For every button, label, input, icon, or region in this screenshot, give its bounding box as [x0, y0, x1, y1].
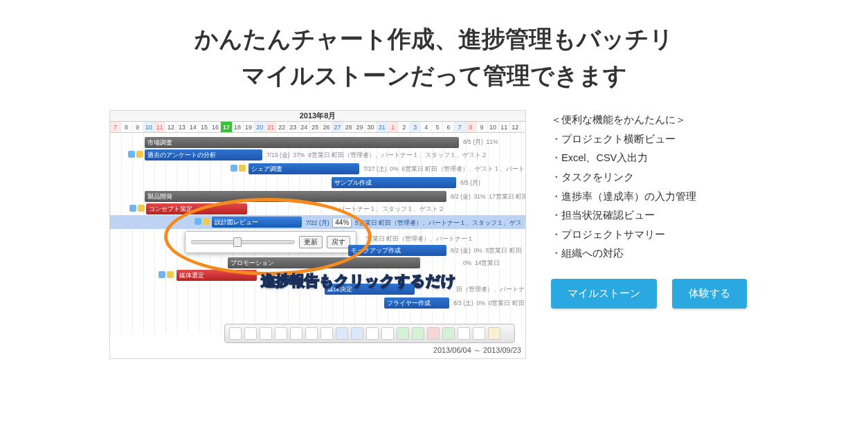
day-cell: 31 — [377, 122, 388, 132]
assignee-icon[interactable] — [129, 205, 145, 214]
day-cell: 10 — [488, 122, 499, 132]
day-cell: 8 — [121, 122, 132, 132]
gantt-bars-area: 市場調査 8/5 (月) 11% 過去のアンケートの分析 7/19 (金) 37… — [110, 133, 525, 333]
update-button[interactable]: 更新 — [299, 236, 323, 248]
slider-knob[interactable] — [233, 237, 242, 247]
feature-item-1: Excel、CSV入出力 — [551, 149, 759, 168]
day-cell: 2 — [399, 122, 410, 132]
day-cell: 5 — [432, 122, 443, 132]
assignee-icon[interactable] — [195, 218, 210, 228]
feature-item-5: プロジェクトサマリー — [551, 226, 759, 245]
day-cell: 27 — [332, 122, 343, 132]
feature-item-6: 組織への対応 — [551, 244, 759, 264]
feature-item-2: タスクをリンク — [551, 168, 759, 187]
day-cell: 25 — [310, 122, 321, 132]
day-cell: 24 — [299, 122, 310, 132]
gantt-screenshot: 2013年8月 78910111213141516171819202122232… — [109, 110, 526, 359]
milestone-button[interactable]: マイルストーン — [551, 279, 657, 309]
bar-sample-create[interactable]: サンプル作成 — [332, 177, 456, 188]
toolbar — [224, 324, 515, 343]
day-cell: 8 — [466, 122, 477, 132]
hero-line2: マイルストーンだって管理できます — [242, 62, 627, 89]
day-cell: 3 — [410, 122, 421, 132]
day-cell: 18 — [233, 122, 244, 132]
day-cell: 29 — [354, 122, 365, 132]
day-cell: 15 — [199, 122, 210, 132]
day-cell: 11 — [499, 122, 510, 132]
feature-heading: ＜便利な機能をかんたんに＞ — [551, 110, 759, 130]
day-cell: 28 — [343, 122, 354, 132]
tool-milestone-icon[interactable] — [427, 327, 440, 340]
day-cell: 9 — [132, 122, 143, 132]
tool-zoom-icon[interactable] — [458, 327, 470, 340]
day-cell: 10 — [143, 122, 154, 132]
day-cell: 21 — [266, 122, 277, 132]
day-header-row: 7891011121314151617181920212223242526272… — [110, 122, 525, 133]
tool-delete-icon[interactable] — [260, 327, 272, 340]
day-cell: 23 — [288, 122, 299, 132]
day-cell: 7 — [110, 122, 121, 132]
assignee-icon[interactable] — [159, 271, 174, 281]
day-cell: 7 — [454, 122, 465, 132]
tool-user-icon[interactable] — [397, 327, 409, 340]
feature-item-0: プロジェクト横断ビュー — [551, 130, 759, 149]
day-cell: 1 — [388, 122, 399, 132]
bar-media-deadline[interactable]: 媒体決定 — [325, 284, 415, 295]
bar-mockup[interactable]: モックアップ作成 — [348, 245, 446, 256]
bar-flyer[interactable]: フライヤー作成 — [384, 297, 449, 309]
tool-new-icon[interactable] — [229, 327, 242, 340]
tool-user2-icon[interactable] — [412, 327, 424, 340]
bar-prototype[interactable]: プロモーション — [228, 257, 420, 268]
bar-concept[interactable]: コンセプト策定 — [146, 203, 247, 214]
cancel-button[interactable]: 戻す — [327, 236, 350, 248]
bar-product-dev[interactable]: 製品開発 — [145, 191, 446, 202]
tool-date-icon[interactable] — [336, 327, 348, 340]
day-cell: 13 — [177, 122, 188, 132]
day-cell: 19 — [244, 122, 255, 132]
bar-design-review[interactable]: 設計図レビュー — [212, 217, 302, 228]
assignee-icon[interactable] — [230, 165, 246, 174]
day-cell: 20 — [255, 122, 266, 132]
month-label: 2013年8月 — [110, 111, 525, 122]
day-cell: 26 — [321, 122, 332, 132]
day-cell: 11 — [154, 122, 165, 132]
bar-past-survey[interactable]: 過去のアンケートの分析 — [145, 149, 262, 161]
tool-outdent-icon[interactable] — [320, 327, 333, 340]
tool-note-icon[interactable] — [488, 327, 500, 340]
day-cell: 12 — [165, 122, 177, 132]
day-cell: 17 — [221, 122, 232, 132]
hero-title: かんたんチャート作成、進捗管理もバッチリ マイルストーンだって管理できます — [195, 21, 673, 93]
tool-indent-icon[interactable] — [305, 327, 318, 340]
tool-copy-icon[interactable] — [244, 327, 257, 340]
tool-moveup-icon[interactable] — [275, 327, 287, 340]
feature-item-3: 進捗率（達成率）の入力管理 — [551, 187, 759, 207]
assignee-icon[interactable] — [128, 151, 143, 161]
tool-settings-icon[interactable] — [473, 327, 485, 340]
day-cell: 16 — [210, 122, 221, 132]
hero-line1: かんたんチャート作成、進捗管理もバッチリ — [195, 26, 673, 52]
progress-badge: 44% — [332, 219, 352, 228]
day-cell: 12 — [510, 122, 521, 132]
tool-date2-icon[interactable] — [351, 327, 363, 340]
day-cell: 9 — [477, 122, 488, 132]
progress-slider[interactable] — [191, 240, 295, 244]
day-cell: 6 — [443, 122, 454, 132]
bar-market-research[interactable]: 市場調査 — [145, 137, 459, 148]
tool-link-icon[interactable] — [366, 327, 379, 340]
day-cell: 22 — [277, 122, 288, 132]
date-range: 2013/06/04 ～ 2013/09/23 — [433, 345, 521, 356]
day-cell: 14 — [188, 122, 199, 132]
try-button[interactable]: 体験する — [672, 279, 747, 309]
feature-list: ＜便利な機能をかんたんに＞ プロジェクト横断ビュー Excel、CSV入出力 タ… — [551, 110, 759, 308]
day-cell: 4 — [421, 122, 432, 132]
bar-share-survey[interactable]: シェア調査 — [248, 163, 359, 174]
progress-popover: 更新 戻す — [185, 231, 356, 253]
bar-media-select[interactable]: 媒体選定 — [177, 270, 257, 281]
day-cell: 30 — [365, 122, 377, 132]
tool-add-icon[interactable] — [442, 327, 455, 340]
tool-unlink-icon[interactable] — [381, 327, 394, 340]
tool-movedown-icon[interactable] — [290, 327, 302, 340]
feature-item-4: 担当状況確認ビュー — [551, 206, 759, 226]
